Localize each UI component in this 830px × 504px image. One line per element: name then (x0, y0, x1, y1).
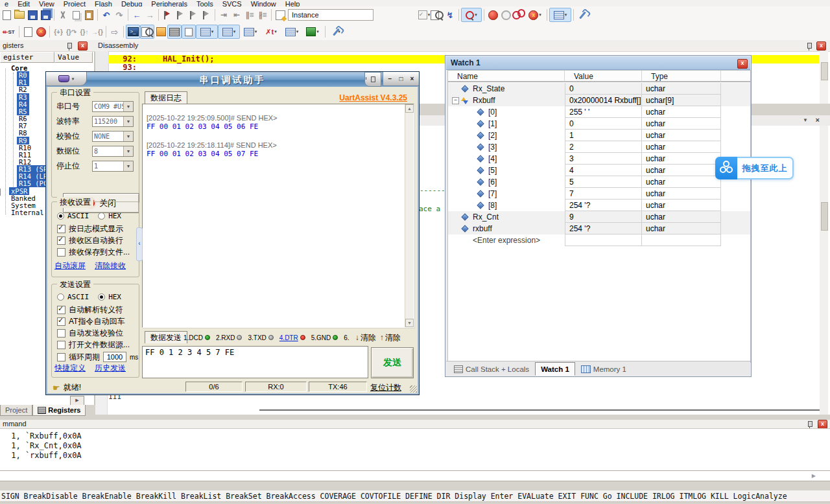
watch-name-cell[interactable]: [3] (448, 141, 565, 153)
new-file-icon[interactable] (0, 8, 13, 21)
watch-name-cell[interactable]: [8] (448, 200, 565, 211)
pin-icon[interactable] (807, 43, 812, 49)
watch-col-type[interactable]: Type (642, 71, 721, 82)
redo-icon[interactable]: ↷ (113, 8, 126, 21)
serial-pin-button[interactable] (364, 72, 381, 87)
send-radio-ascii[interactable]: ASCII (57, 291, 89, 303)
send-check-0[interactable]: 自动解析转义符 (57, 304, 130, 315)
editor-splitter[interactable] (259, 409, 828, 411)
peripherals-dropdown-icon[interactable]: ▾ (302, 25, 323, 38)
checkbox-dropdown-icon[interactable]: ✓▾ (418, 8, 431, 21)
field-combobox[interactable]: 1▼ (92, 161, 134, 172)
memory-window-dropdown-icon[interactable]: ▾ (218, 25, 240, 39)
receive-check-0[interactable]: 按日志模式显示 (57, 223, 130, 235)
radio-icon[interactable] (98, 212, 105, 220)
watch-row-Enterexpression[interactable]: <Enter expression> (448, 235, 750, 246)
stop-debug-icon[interactable]: ✕ (34, 25, 47, 38)
watch-name-cell[interactable]: [0] (448, 106, 565, 118)
menu-item-svcs[interactable]: SVCS (218, 0, 246, 6)
watch-row-0[interactable]: [0]255 ' 'uchar (448, 106, 750, 118)
watch-value-cell[interactable]: 1 (565, 130, 642, 141)
document-info-icon[interactable] (431, 8, 444, 21)
chevron-down-icon[interactable]: ▼ (123, 117, 133, 126)
checkbox-icon[interactable] (57, 248, 65, 257)
command-window-icon[interactable]: >_ (126, 25, 140, 39)
watch-name-cell[interactable]: <Enter expression> (448, 235, 565, 246)
auto-scroll-link[interactable]: 自动滚屏 (54, 260, 86, 271)
disassembly-scrollbar[interactable] (820, 51, 828, 104)
breakpoint-disable-icon[interactable] (499, 8, 512, 21)
field-combobox[interactable]: 8▼ (92, 146, 134, 157)
send-check-2[interactable]: 自动发送校验位 (57, 327, 130, 339)
navigate-forward-icon[interactable]: → (143, 8, 156, 21)
receive-check-2[interactable]: 接收保存到文件... (57, 246, 130, 258)
save-icon[interactable] (26, 8, 39, 21)
field-combobox[interactable]: NONE▼ (92, 131, 134, 142)
resize-grip[interactable] (410, 385, 417, 393)
watch-row-8[interactable]: [8]254 '?uchar (448, 200, 750, 211)
close-icon[interactable]: x (78, 41, 88, 51)
watch-name-cell[interactable]: [7] (448, 188, 565, 200)
radio-icon[interactable] (57, 212, 64, 220)
close-icon[interactable]: x (816, 41, 826, 51)
watch-value-cell[interactable] (565, 235, 642, 246)
data-log-area[interactable]: [2025-10-22 19:25:09.500]# SEND HEX>FF 0… (142, 104, 414, 328)
trace-dropdown-icon[interactable]: ✗t▾ (261, 25, 281, 38)
drag-to-upload-overlay[interactable]: 拖拽至此上 (715, 157, 794, 179)
register-row[interactable]: Internal (9, 209, 46, 216)
chevron-down-icon[interactable]: ▼ (123, 146, 133, 156)
checkbox-icon[interactable] (57, 329, 65, 338)
cycle-checkbox[interactable] (57, 353, 65, 361)
checkbox-icon[interactable] (57, 225, 65, 233)
bookmark-clear-icon[interactable] (200, 8, 213, 21)
close-icon[interactable]: × (816, 116, 820, 124)
watch-value-cell[interactable]: 254 '? (565, 223, 642, 235)
close-icon[interactable]: × (408, 75, 417, 82)
history-send-link[interactable]: 历史发送 (95, 363, 126, 374)
watch-value-cell[interactable]: 9 (565, 211, 642, 223)
checkbox-icon[interactable] (57, 341, 65, 349)
clear-send-button[interactable]: ↓清除 (355, 332, 376, 343)
signal-label[interactable]: 4.DTR (279, 334, 298, 341)
watch-value-cell[interactable]: 0x20000014 Rxbuff[] "... (565, 95, 642, 106)
watch-name-cell[interactable]: rxbuff (448, 223, 565, 235)
menu-item-project[interactable]: Project (59, 0, 90, 6)
checkbox-icon[interactable] (57, 317, 65, 326)
menu-item-view[interactable]: View (34, 0, 59, 6)
bookmark-toggle-icon[interactable] (161, 8, 174, 21)
chevron-down-icon[interactable]: ▼ (123, 102, 133, 111)
command-input-line[interactable]: ▶ (0, 470, 830, 481)
register-row[interactable]: R2 (17, 86, 29, 93)
menu-item-e[interactable]: e (0, 0, 13, 6)
menu-item-help[interactable]: Help (281, 0, 305, 6)
watch-name-cell[interactable]: [2] (448, 130, 565, 141)
value-column-label[interactable]: Value (54, 52, 93, 63)
watch-row-6[interactable]: [6]5uchar (448, 176, 750, 188)
breakpoint-stop-icon[interactable]: x▾ (525, 8, 545, 21)
register-row[interactable]: R10 (17, 144, 33, 152)
watch-col-name[interactable]: Name (448, 71, 565, 82)
indent-icon[interactable]: ⇥ (217, 8, 230, 21)
step-over-icon[interactable]: {}↷ (65, 25, 78, 38)
step-out-icon[interactable]: {}↑ (78, 25, 91, 38)
send-data-input[interactable]: FF 0 1 2 3 4 5 7 FE (142, 346, 368, 378)
run-to-line-icon[interactable]: →{} (91, 25, 104, 38)
watch-window-titlebar[interactable]: Watch 1 x (446, 56, 750, 70)
comment-icon[interactable]: ∥≡ (243, 8, 256, 21)
symbols-window-icon[interactable] (154, 25, 167, 38)
watch-value-cell[interactable]: 255 ' ' (565, 106, 642, 118)
close-icon[interactable]: x (818, 420, 827, 429)
close-icon[interactable]: x (737, 59, 748, 69)
menu-item-window[interactable]: Window (246, 0, 281, 6)
watch-value-cell[interactable]: 254 '? (565, 200, 642, 211)
menu-item-edit[interactable]: Edit (13, 0, 34, 6)
find-in-files-icon[interactable]: ▾ (461, 8, 482, 22)
watch-row-7[interactable]: [7]7uchar (448, 188, 750, 200)
clear-receive-button[interactable]: ↑清除 (380, 332, 401, 343)
navigate-back-icon[interactable]: ← (130, 8, 143, 21)
cut-icon[interactable] (56, 8, 69, 21)
paste-icon[interactable] (82, 8, 95, 21)
minimize-icon[interactable]: − (386, 75, 395, 82)
serial-titlebar[interactable]: 串口调试助手 (47, 73, 418, 87)
register-row[interactable]: +xPSR (9, 188, 29, 195)
